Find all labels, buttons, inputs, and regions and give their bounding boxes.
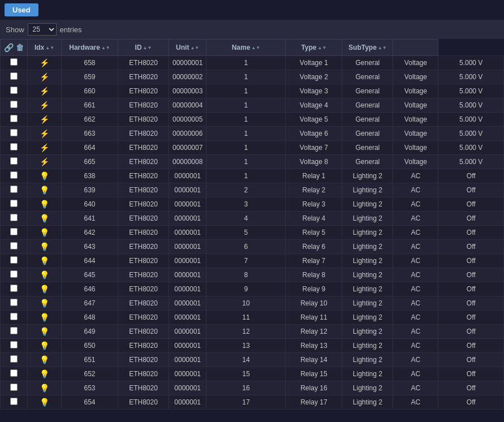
bulb-icon-cell: 💡 [28, 240, 62, 254]
row-checkbox[interactable] [10, 242, 18, 249]
row-hardware: ETH8020 [118, 395, 169, 410]
row-checkbox-cell [1, 339, 28, 353]
row-subtype: Voltage [393, 127, 438, 141]
row-checkbox[interactable] [10, 157, 18, 165]
row-name: Voltage 8 [286, 155, 342, 169]
row-idx: 651 [62, 353, 118, 367]
bulb-icon: 💡 [40, 398, 49, 407]
bulb-icon: 💡 [40, 299, 49, 308]
bulb-icon: 💡 [40, 285, 49, 294]
row-checkbox[interactable] [10, 72, 18, 80]
row-name: Relay 16 [286, 381, 342, 395]
row-type: General [342, 155, 393, 169]
row-id: 0000001 [169, 226, 206, 240]
row-checkbox[interactable] [10, 270, 18, 278]
trash-icon[interactable]: 🗑 [16, 43, 24, 52]
row-id: 0000001 [169, 381, 206, 395]
row-checkbox[interactable] [10, 115, 18, 122]
row-unit: 1 [206, 56, 286, 70]
row-extra: 5.000 V [438, 127, 504, 141]
bolt-icon: ⚡ [40, 72, 49, 81]
row-checkbox[interactable] [10, 398, 18, 405]
row-name: Voltage 1 [286, 56, 342, 70]
row-hardware: ETH8020 [118, 127, 169, 141]
row-id: 0000001 [169, 169, 206, 183]
row-hardware: ETH8020 [118, 268, 169, 282]
row-idx: 653 [62, 381, 118, 395]
header-hardware[interactable]: Hardware▲▼ [62, 40, 118, 56]
entries-select[interactable]: 10 25 50 100 [28, 23, 57, 36]
row-extra: Off [438, 268, 504, 282]
bolt-icon: ⚡ [40, 129, 49, 138]
row-extra: 5.000 V [438, 70, 504, 84]
row-checkbox[interactable] [10, 313, 18, 320]
header-unit[interactable]: Unit▲▼ [169, 40, 206, 56]
link-icon[interactable]: 🔗 [4, 43, 14, 52]
row-hardware: ETH8020 [118, 56, 169, 70]
row-checkbox-cell [1, 325, 28, 339]
row-unit: 1 [206, 113, 286, 127]
header-id[interactable]: ID▲▼ [118, 40, 169, 56]
row-unit: 1 [206, 127, 286, 141]
row-unit: 11 [206, 311, 286, 325]
header-type[interactable]: Type▲▼ [286, 40, 342, 56]
row-subtype: AC [393, 268, 438, 282]
row-id: 00000004 [169, 98, 206, 113]
row-type: Lighting 2 [342, 240, 393, 254]
table-body: ⚡658ETH8020000000011Voltage 1GeneralVolt… [1, 56, 504, 410]
row-idx: 649 [62, 325, 118, 339]
bolt-icon-cell: ⚡ [28, 84, 62, 98]
row-checkbox[interactable] [10, 143, 18, 150]
table-header-row: 🔗 🗑 Idx▲▼ Hardware▲▼ ID▲▼ Unit▲▼ Na [1, 40, 504, 56]
row-name: Relay 10 [286, 296, 342, 311]
table-container: 🔗 🗑 Idx▲▼ Hardware▲▼ ID▲▼ Unit▲▼ Na [0, 39, 504, 410]
row-checkbox[interactable] [10, 87, 18, 94]
row-unit: 1 [206, 98, 286, 113]
row-checkbox[interactable] [10, 341, 18, 348]
header-idx[interactable]: Idx▲▼ [28, 40, 62, 56]
row-checkbox[interactable] [10, 129, 18, 136]
row-checkbox[interactable] [10, 200, 18, 207]
row-unit: 1 [206, 141, 286, 155]
header-subtype[interactable]: SubType▲▼ [342, 40, 393, 56]
row-subtype: Voltage [393, 141, 438, 155]
row-id: 0000001 [169, 296, 206, 311]
row-checkbox[interactable] [10, 384, 18, 391]
header-name[interactable]: Name▲▼ [206, 40, 286, 56]
row-checkbox-cell [1, 367, 28, 381]
row-idx: 643 [62, 240, 118, 254]
row-subtype: AC [393, 381, 438, 395]
row-checkbox[interactable] [10, 299, 18, 306]
row-checkbox[interactable] [10, 355, 18, 363]
row-subtype: AC [393, 367, 438, 381]
row-checkbox[interactable] [10, 285, 18, 292]
row-idx: 650 [62, 339, 118, 353]
table-row: ⚡661ETH8020000000041Voltage 4GeneralVolt… [1, 98, 504, 113]
row-type: General [342, 127, 393, 141]
row-idx: 638 [62, 169, 118, 183]
table-row: 💡643ETH802000000016Relay 6Lighting 2ACOf… [1, 240, 504, 254]
row-extra: Off [438, 254, 504, 268]
row-subtype: AC [393, 226, 438, 240]
top-bar: Used [0, 0, 504, 20]
row-type: Lighting 2 [342, 311, 393, 325]
row-checkbox-cell [1, 226, 28, 240]
row-checkbox[interactable] [10, 256, 18, 264]
bulb-icon-cell: 💡 [28, 268, 62, 282]
row-checkbox[interactable] [10, 58, 18, 66]
used-button[interactable]: Used [5, 3, 38, 16]
row-checkbox[interactable] [10, 171, 18, 179]
row-checkbox[interactable] [10, 369, 18, 377]
row-checkbox[interactable] [10, 101, 18, 108]
row-checkbox[interactable] [10, 327, 18, 334]
row-checkbox[interactable] [10, 228, 18, 235]
bulb-icon-cell: 💡 [28, 169, 62, 183]
row-name: Relay 13 [286, 339, 342, 353]
row-hardware: ETH8020 [118, 311, 169, 325]
row-unit: 12 [206, 325, 286, 339]
row-hardware: ETH8020 [118, 70, 169, 84]
row-checkbox[interactable] [10, 186, 18, 193]
row-unit: 15 [206, 367, 286, 381]
row-name: Relay 4 [286, 212, 342, 226]
row-checkbox[interactable] [10, 214, 18, 221]
